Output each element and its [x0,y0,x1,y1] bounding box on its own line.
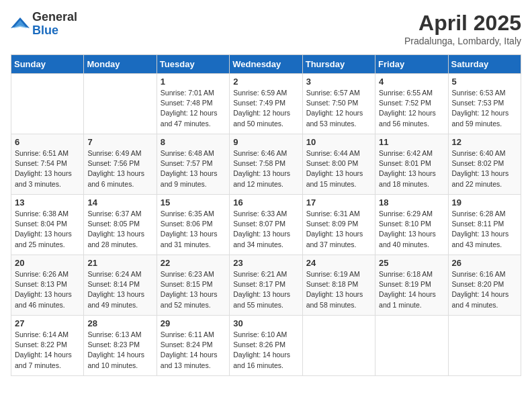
day-info: Sunrise: 6:11 AMSunset: 8:24 PMDaylight:… [161,330,226,371]
calendar-week-row: 6Sunrise: 6:51 AMSunset: 7:54 PMDaylight… [11,134,521,195]
day-info: Sunrise: 6:42 AMSunset: 8:01 PMDaylight:… [379,148,444,189]
day-number: 8 [161,137,226,147]
header-day: Thursday [302,55,375,74]
day-info: Sunrise: 6:16 AMSunset: 8:20 PMDaylight:… [452,269,517,310]
day-info: Sunrise: 6:46 AMSunset: 7:58 PMDaylight:… [233,148,298,189]
header-day: Saturday [448,55,521,74]
calendar-cell [84,74,157,134]
header-day: Friday [375,55,448,74]
calendar-cell: 20Sunrise: 6:26 AMSunset: 8:13 PMDayligh… [11,255,84,316]
day-info: Sunrise: 6:59 AMSunset: 7:49 PMDaylight:… [233,88,298,129]
header-day: Monday [84,55,157,74]
day-number: 19 [452,197,517,208]
header-day: Wednesday [230,55,302,74]
day-number: 30 [233,318,298,328]
day-info: Sunrise: 6:26 AMSunset: 8:13 PMDaylight:… [15,269,80,310]
day-info: Sunrise: 6:29 AMSunset: 8:10 PMDaylight:… [379,209,444,250]
day-number: 1 [161,77,226,87]
day-number: 20 [15,258,80,268]
day-info: Sunrise: 6:23 AMSunset: 8:15 PMDaylight:… [161,269,226,310]
day-number: 18 [379,197,444,208]
calendar-cell: 4Sunrise: 6:55 AMSunset: 7:52 PMDaylight… [375,74,448,134]
day-info: Sunrise: 6:21 AMSunset: 8:17 PMDaylight:… [233,269,298,310]
day-info: Sunrise: 6:57 AMSunset: 7:50 PMDaylight:… [306,88,371,129]
calendar-cell: 23Sunrise: 6:21 AMSunset: 8:17 PMDayligh… [230,255,302,316]
day-info: Sunrise: 6:35 AMSunset: 8:06 PMDaylight:… [161,209,226,250]
day-info: Sunrise: 6:53 AMSunset: 7:53 PMDaylight:… [452,88,517,129]
day-info: Sunrise: 6:13 AMSunset: 8:23 PMDaylight:… [87,330,152,371]
day-info: Sunrise: 6:19 AMSunset: 8:18 PMDaylight:… [306,269,371,310]
day-number: 13 [15,197,80,208]
day-info: Sunrise: 6:40 AMSunset: 8:02 PMDaylight:… [452,148,517,189]
day-info: Sunrise: 6:51 AMSunset: 7:54 PMDaylight:… [15,148,80,189]
calendar-cell: 21Sunrise: 6:24 AMSunset: 8:14 PMDayligh… [84,255,157,316]
day-info: Sunrise: 6:28 AMSunset: 8:11 PMDaylight:… [452,209,517,250]
calendar-cell: 14Sunrise: 6:37 AMSunset: 8:05 PMDayligh… [84,195,157,255]
calendar-cell: 6Sunrise: 6:51 AMSunset: 7:54 PMDaylight… [11,134,84,195]
calendar-week-row: 13Sunrise: 6:38 AMSunset: 8:04 PMDayligh… [11,195,521,255]
title-area: April 2025 Pradalunga, Lombardy, Italy [404,11,521,46]
day-number: 14 [87,197,152,208]
day-info: Sunrise: 6:44 AMSunset: 8:00 PMDaylight:… [306,148,371,189]
day-number: 9 [233,137,298,147]
calendar-cell: 27Sunrise: 6:14 AMSunset: 8:22 PMDayligh… [11,316,84,376]
day-number: 25 [379,258,444,268]
calendar-cell: 16Sunrise: 6:33 AMSunset: 8:07 PMDayligh… [230,195,302,255]
day-number: 26 [452,258,517,268]
calendar-cell: 8Sunrise: 6:48 AMSunset: 7:57 PMDaylight… [157,134,229,195]
day-number: 7 [87,137,152,147]
day-info: Sunrise: 6:37 AMSunset: 8:05 PMDaylight:… [87,209,152,250]
day-number: 28 [87,318,152,328]
calendar-cell: 11Sunrise: 6:42 AMSunset: 8:01 PMDayligh… [375,134,448,195]
day-number: 12 [452,137,517,147]
day-info: Sunrise: 6:24 AMSunset: 8:14 PMDaylight:… [87,269,152,310]
logo-general: General [32,11,77,24]
day-number: 11 [379,137,444,147]
day-info: Sunrise: 6:10 AMSunset: 8:26 PMDaylight:… [233,330,298,371]
day-number: 29 [161,318,226,328]
day-info: Sunrise: 6:38 AMSunset: 8:04 PMDaylight:… [15,209,80,250]
calendar-cell: 5Sunrise: 6:53 AMSunset: 7:53 PMDaylight… [448,74,521,134]
day-info: Sunrise: 6:14 AMSunset: 8:22 PMDaylight:… [15,330,80,371]
day-number: 27 [15,318,80,328]
day-number: 24 [306,258,371,268]
day-number: 2 [233,77,298,87]
calendar-cell [302,316,375,376]
calendar-cell: 12Sunrise: 6:40 AMSunset: 8:02 PMDayligh… [448,134,521,195]
calendar-cell: 28Sunrise: 6:13 AMSunset: 8:23 PMDayligh… [84,316,157,376]
calendar-cell: 25Sunrise: 6:18 AMSunset: 8:19 PMDayligh… [375,255,448,316]
calendar-cell: 9Sunrise: 6:46 AMSunset: 7:58 PMDaylight… [230,134,302,195]
calendar-week-row: 27Sunrise: 6:14 AMSunset: 8:22 PMDayligh… [11,316,521,376]
calendar-cell: 19Sunrise: 6:28 AMSunset: 8:11 PMDayligh… [448,195,521,255]
logo-icon [11,15,30,34]
calendar-cell: 3Sunrise: 6:57 AMSunset: 7:50 PMDaylight… [302,74,375,134]
header-row: SundayMondayTuesdayWednesdayThursdayFrid… [11,55,521,74]
calendar-cell: 7Sunrise: 6:49 AMSunset: 7:56 PMDaylight… [84,134,157,195]
calendar-cell: 15Sunrise: 6:35 AMSunset: 8:06 PMDayligh… [157,195,229,255]
day-number: 22 [161,258,226,268]
day-number: 15 [161,197,226,208]
calendar-cell: 17Sunrise: 6:31 AMSunset: 8:09 PMDayligh… [302,195,375,255]
header: General Blue April 2025 Pradalunga, Lomb… [11,11,521,46]
calendar-cell: 26Sunrise: 6:16 AMSunset: 8:20 PMDayligh… [448,255,521,316]
day-number: 23 [233,258,298,268]
calendar-cell: 24Sunrise: 6:19 AMSunset: 8:18 PMDayligh… [302,255,375,316]
day-number: 6 [15,137,80,147]
header-day: Tuesday [157,55,229,74]
logo: General Blue [11,11,77,38]
calendar-cell [448,316,521,376]
calendar-cell: 30Sunrise: 6:10 AMSunset: 8:26 PMDayligh… [230,316,302,376]
day-number: 10 [306,137,371,147]
day-number: 17 [306,197,371,208]
day-number: 3 [306,77,371,87]
day-info: Sunrise: 6:55 AMSunset: 7:52 PMDaylight:… [379,88,444,129]
calendar-cell: 18Sunrise: 6:29 AMSunset: 8:10 PMDayligh… [375,195,448,255]
calendar-week-row: 1Sunrise: 7:01 AMSunset: 7:48 PMDaylight… [11,74,521,134]
calendar-cell: 2Sunrise: 6:59 AMSunset: 7:49 PMDaylight… [230,74,302,134]
calendar-cell: 10Sunrise: 6:44 AMSunset: 8:00 PMDayligh… [302,134,375,195]
day-number: 4 [379,77,444,87]
day-info: Sunrise: 7:01 AMSunset: 7:48 PMDaylight:… [161,88,226,129]
calendar-cell: 29Sunrise: 6:11 AMSunset: 8:24 PMDayligh… [157,316,229,376]
calendar-cell: 22Sunrise: 6:23 AMSunset: 8:15 PMDayligh… [157,255,229,316]
day-number: 16 [233,197,298,208]
